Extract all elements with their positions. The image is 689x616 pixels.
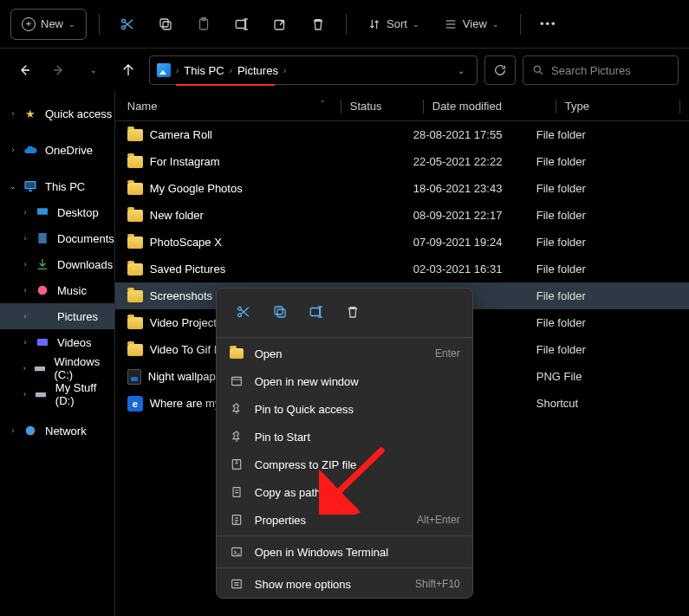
context-copy[interactable] (265, 297, 295, 327)
address-dropdown[interactable]: ⌄ (452, 56, 470, 84)
svg-point-0 (122, 19, 126, 23)
chevron-right-icon: › (19, 338, 31, 347)
chevron-down-icon: ⌄ (68, 20, 75, 29)
context-pin-quick-access[interactable]: Pin to Quick access (217, 395, 472, 423)
folder-icon (127, 344, 143, 356)
context-copy-path[interactable]: Copy as path (217, 478, 472, 506)
downloads-icon (35, 256, 50, 272)
cut-button[interactable] (112, 9, 143, 40)
pin-icon (229, 430, 244, 444)
column-status[interactable]: Status (350, 100, 423, 113)
sidebar-item-documents[interactable]: ›Documents (0, 225, 114, 251)
sidebar-item-music[interactable]: ›Music (0, 277, 114, 303)
view-button[interactable]: View ⌄ (435, 9, 508, 40)
sidebar-item-desktop[interactable]: ›Desktop (0, 199, 114, 225)
copy-icon (272, 304, 288, 320)
context-open-new-window[interactable]: Open in new window (217, 367, 472, 395)
plus-icon: + (22, 17, 36, 31)
delete-button[interactable] (302, 9, 334, 40)
paste-button[interactable] (188, 9, 219, 40)
row-type: File folder (536, 343, 651, 356)
svg-rect-15 (36, 392, 46, 397)
main: ›★Quick access ›OneDrive ⌄This PC ›Deskt… (0, 92, 689, 616)
toolbar-divider (346, 14, 347, 35)
context-open-terminal[interactable]: Open in Windows Terminal (217, 538, 472, 566)
back-button[interactable] (10, 56, 38, 84)
breadcrumb-this-pc[interactable]: This PC (184, 64, 224, 77)
table-row[interactable]: Saved Pictures02-03-2021 16:31File folde… (115, 256, 689, 282)
row-name: Video Projects (150, 316, 223, 329)
copy-button[interactable] (150, 9, 181, 40)
recent-button[interactable]: ⌄ (80, 56, 107, 84)
svg-rect-9 (25, 182, 36, 189)
image-file-icon (127, 369, 141, 385)
context-show-more[interactable]: Show more optionsShift+F10 (217, 570, 472, 598)
trash-icon (310, 16, 326, 32)
folder-icon (127, 183, 143, 195)
context-open[interactable]: OpenEnter (217, 340, 472, 367)
sidebar-item-this-pc[interactable]: ⌄This PC (0, 173, 114, 199)
sidebar-item-my-stuff-d[interactable]: ›My Stuff (D:) (0, 381, 114, 407)
sort-button[interactable]: Sort ⌄ (359, 9, 428, 40)
new-button[interactable]: + New ⌄ (10, 9, 87, 40)
svg-point-18 (237, 314, 241, 317)
table-row[interactable]: My Google Photos18-06-2021 23:43File fol… (115, 175, 689, 202)
refresh-button[interactable] (484, 55, 516, 85)
table-row[interactable]: Camera Roll28-08-2021 17:55File folder (115, 121, 689, 148)
row-name: For Instagram (150, 155, 220, 168)
context-rename[interactable] (302, 297, 331, 327)
column-type[interactable]: Type (565, 100, 679, 113)
star-icon: ★ (23, 106, 38, 121)
column-name[interactable]: Name˄ (127, 100, 341, 113)
arrow-right-icon (51, 62, 67, 78)
svg-rect-6 (236, 20, 245, 28)
sidebar-item-onedrive[interactable]: ›OneDrive (0, 137, 114, 163)
more-button[interactable]: ••• (533, 9, 564, 40)
context-cut[interactable] (229, 297, 258, 327)
sidebar-item-downloads[interactable]: ›Downloads (0, 251, 114, 277)
sidebar-item-network[interactable]: ›Network (0, 418, 114, 444)
context-actions (217, 289, 472, 335)
row-name: PhotoScape X (150, 236, 222, 249)
forward-button[interactable] (45, 56, 73, 84)
column-date[interactable]: Date modified (432, 100, 556, 113)
sidebar-item-videos[interactable]: ›Videos (0, 329, 114, 355)
content-pane: Name˄ Status Date modified Type Size Cam… (115, 92, 689, 616)
share-button[interactable] (264, 9, 296, 40)
context-delete[interactable] (338, 297, 367, 327)
row-type: File folder (536, 263, 651, 276)
row-name: New folder (150, 209, 204, 222)
sidebar-item-pictures[interactable]: ›Pictures (0, 303, 114, 329)
chevron-right-icon: › (230, 66, 232, 75)
table-row[interactable]: For Instagram22-05-2021 22:22File folder (115, 148, 689, 175)
row-type: File folder (536, 182, 651, 195)
svg-rect-10 (37, 208, 48, 214)
folder-open-icon (229, 348, 244, 359)
row-name: Saved Pictures (150, 263, 225, 276)
column-headers: Name˄ Status Date modified Type Size (115, 92, 689, 121)
table-row[interactable]: PhotoScape X07-09-2021 19:24File folder (115, 229, 689, 256)
rename-button[interactable] (226, 9, 257, 40)
terminal-icon (229, 545, 244, 559)
folder-icon (127, 210, 143, 222)
row-type: File folder (536, 316, 651, 329)
scissors-icon (120, 16, 135, 32)
context-properties[interactable]: PropertiesAlt+Enter (217, 506, 472, 534)
desktop-icon (35, 204, 50, 220)
search-input[interactable]: Search Pictures (523, 55, 679, 85)
sort-label: Sort (387, 17, 407, 30)
monitor-icon (23, 178, 38, 194)
chevron-right-icon: › (19, 390, 30, 399)
breadcrumb-pictures[interactable]: Pictures (237, 64, 278, 77)
context-compress-zip[interactable]: Compress to ZIP file (217, 451, 472, 478)
sidebar-item-windows-c[interactable]: ›Windows (C:) (0, 355, 114, 381)
chevron-down-icon: ⌄ (492, 20, 499, 29)
table-row[interactable]: New folder08-09-2021 22:17File folder (115, 202, 689, 229)
window-icon (229, 374, 244, 388)
context-pin-start[interactable]: Pin to Start (217, 423, 472, 451)
chevron-right-icon: › (176, 66, 179, 75)
up-button[interactable] (114, 56, 142, 84)
address-bar[interactable]: › This PC › Pictures › ⌄ (149, 55, 478, 85)
sidebar-item-quick-access[interactable]: ›★Quick access (0, 101, 114, 126)
row-type: PNG File (536, 370, 651, 383)
